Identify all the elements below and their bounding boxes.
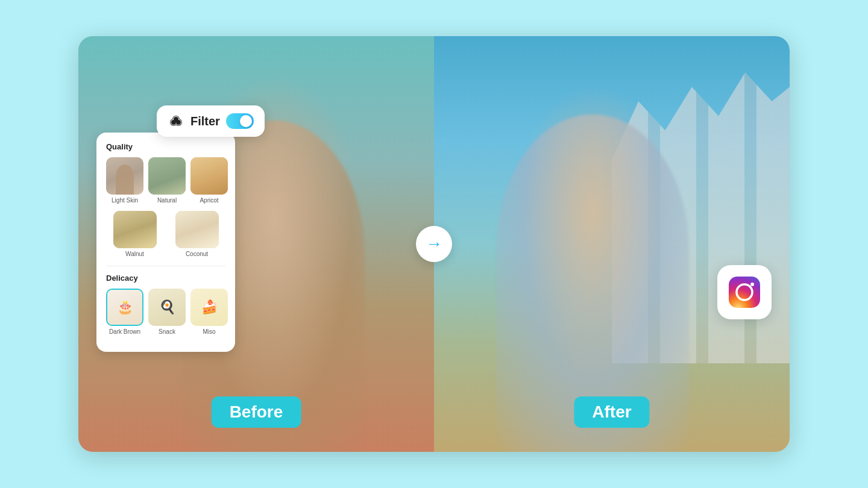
app-logo-icon [168, 113, 184, 130]
quality-grid-row2: Walnut Coconut [106, 211, 225, 257]
thumb-dark-brown[interactable]: 🎂 [106, 289, 143, 326]
filter-item-natural[interactable]: Natural [148, 157, 186, 204]
filter-panel: Quality Light Skin Natural [96, 133, 235, 352]
filter-item-snack[interactable]: 🍳 Snack [148, 289, 186, 335]
panel-before: Filter Quality Light Skin [78, 36, 434, 452]
filter-label-natural: Natural [157, 197, 177, 204]
instagram-badge[interactable] [717, 265, 772, 319]
filter-label-walnut: Walnut [125, 251, 144, 257]
panel-after: After [434, 36, 790, 452]
thumb-coconut[interactable] [175, 211, 219, 248]
before-label: Before [212, 396, 301, 428]
quality-section-title: Quality [106, 142, 225, 151]
filter-label-dark-brown: Dark Brown [109, 328, 140, 335]
delicacy-section-title: Delicacy [106, 274, 225, 283]
thumb-miso[interactable]: 🍰 [190, 289, 228, 326]
arrow-button[interactable]: → [416, 226, 452, 262]
filter-label-apricot: Apricot [200, 197, 218, 204]
instagram-icon [726, 274, 763, 310]
thumb-walnut[interactable] [113, 211, 157, 248]
thumb-natural[interactable] [148, 157, 186, 195]
quality-grid: Light Skin Natural Apricot [106, 157, 225, 204]
filter-item-apricot[interactable]: Apricot [190, 157, 228, 204]
svg-rect-9 [729, 277, 760, 308]
thumb-light-skin[interactable] [106, 157, 143, 195]
filter-title: Filter [190, 114, 220, 128]
filter-item-dark-brown[interactable]: 🎂 Dark Brown [106, 289, 143, 335]
filter-item-miso[interactable]: 🍰 Miso [190, 289, 228, 335]
after-label: After [574, 396, 649, 428]
filter-item-light-skin[interactable]: Light Skin [106, 157, 143, 204]
section-divider [106, 266, 225, 266]
thumb-snack[interactable]: 🍳 [148, 289, 186, 326]
filter-label-miso: Miso [203, 328, 215, 335]
svg-point-11 [750, 283, 754, 286]
main-card: Filter Quality Light Skin [78, 36, 790, 452]
svg-point-8 [174, 117, 178, 122]
delicacy-grid: 🎂 Dark Brown 🍳 Snack 🍰 Miso [106, 289, 225, 335]
filter-header-badge: Filter [157, 105, 265, 137]
filter-item-coconut[interactable]: Coconut [168, 211, 225, 257]
filter-toggle[interactable] [226, 113, 254, 129]
filter-label-snack: Snack [159, 328, 175, 335]
filter-label-light-skin: Light Skin [112, 197, 138, 204]
filter-label-coconut: Coconut [186, 251, 208, 257]
filter-item-walnut[interactable]: Walnut [106, 211, 163, 257]
thumb-apricot[interactable] [190, 157, 228, 195]
arrow-icon: → [426, 234, 442, 254]
